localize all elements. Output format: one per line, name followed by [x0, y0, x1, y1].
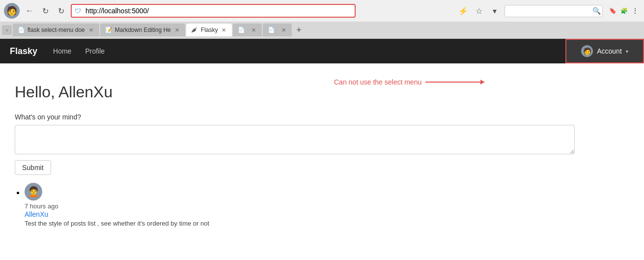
annotation-arrow — [425, 82, 484, 83]
shield-icon: 🛡 — [75, 7, 81, 15]
extension-icons: 🔖 🧩 ⋮ — [608, 6, 640, 16]
tab-markdown[interactable]: 📝 Markdown Editing He ✕ — [100, 24, 185, 36]
refresh-button[interactable]: ↻ — [38, 4, 52, 18]
nav-home[interactable]: Home — [47, 43, 77, 59]
tab-favicon-markdown: 📝 — [105, 27, 112, 33]
account-dropdown-arrow: ▾ — [626, 49, 628, 54]
nav-profile[interactable]: Profile — [79, 43, 111, 59]
tab-flasky[interactable]: 🌶 Flasky ✕ — [186, 24, 232, 36]
browser-actions: ⚡ ☆ ▾ — [456, 4, 502, 18]
ext-addon-icon[interactable]: 🧩 — [619, 6, 629, 16]
post-meta: 🧑‍🦱 — [25, 183, 629, 201]
tab-label-flasky: Flasky — [201, 27, 218, 33]
tab-label-markdown: Markdown Editing He — [115, 27, 171, 33]
forward-button[interactable]: ↻ — [54, 4, 68, 18]
tab-favicon-extra2: 📄 — [268, 27, 275, 33]
star-icon[interactable]: ☆ — [472, 4, 486, 18]
back-button[interactable]: ← — [23, 4, 36, 18]
form-label: What's on your mind? — [15, 113, 629, 121]
app-navbar: Flasky Home Profile 🧑 Account ▾ — [0, 39, 644, 63]
account-dropdown-button[interactable]: 🧑 Account ▾ — [565, 39, 644, 63]
ext-menu-icon[interactable]: ⋮ — [630, 6, 640, 16]
ext-bookmark-icon[interactable]: 🔖 — [608, 6, 617, 16]
search-input[interactable] — [504, 5, 603, 17]
browser-toolbar: 🧑 ← ↻ ↻ 🛡 ⚡ ☆ ▾ 🔍 🔖 🧩 ⋮ — [0, 0, 644, 22]
tab-favicon-flasky: 🌶 — [191, 27, 198, 33]
tab-close-extra1[interactable]: ✕ — [251, 27, 257, 33]
post-avatar: 🧑‍🦱 — [25, 183, 42, 201]
submit-button[interactable]: Submit — [15, 160, 51, 175]
search-container: 🔍 — [504, 5, 603, 17]
post-list: 🧑‍🦱 7 hours ago AllenXu Test the style o… — [15, 183, 629, 227]
new-tab-button[interactable]: + — [293, 24, 305, 36]
tab-flask[interactable]: 📄 flask select-menu doe ✕ — [13, 24, 99, 36]
address-bar-input[interactable] — [71, 4, 356, 18]
tab-close-flask[interactable]: ✕ — [88, 27, 94, 33]
address-bar-container: 🛡 — [71, 4, 453, 18]
search-icon[interactable]: 🔍 — [592, 7, 601, 15]
tab-label-flask: flask select-menu doe — [28, 27, 85, 33]
post-text: Test the style of posts list , see wheth… — [25, 220, 629, 227]
main-content: Can not use the select menu Hello, Allen… — [0, 63, 644, 241]
account-avatar: 🧑 — [581, 45, 593, 57]
annotation-text: Can not use the select menu — [334, 78, 421, 86]
browser-profile-avatar[interactable]: 🧑 — [4, 3, 20, 19]
post-time: 7 hours ago — [25, 202, 629, 210]
annotation: Can not use the select menu — [334, 78, 484, 86]
mind-textarea[interactable] — [15, 125, 575, 154]
account-label: Account — [597, 47, 622, 55]
browser-chrome: 🧑 ← ↻ ↻ 🛡 ⚡ ☆ ▾ 🔍 🔖 🧩 ⋮ — [0, 0, 644, 39]
page-title: Hello, AllenXu — [15, 83, 629, 101]
lightning-icon[interactable]: ⚡ — [456, 4, 470, 18]
tab-close-markdown[interactable]: ✕ — [174, 27, 180, 33]
tabs-overflow-left[interactable]: ‹ — [2, 25, 12, 35]
tab-favicon-flask: 📄 — [18, 27, 25, 33]
nav-buttons: ← ↻ ↻ — [23, 4, 68, 18]
chevron-down-icon[interactable]: ▾ — [488, 4, 502, 18]
app-nav-links: Home Profile — [47, 43, 111, 59]
tab-close-extra2[interactable]: ✕ — [280, 27, 287, 33]
list-item: 🧑‍🦱 7 hours ago AllenXu Test the style o… — [25, 183, 629, 227]
tab-extra2[interactable]: 📄 ✕ — [263, 24, 292, 36]
tab-extra1[interactable]: 📄 ✕ — [233, 24, 262, 36]
app-brand: Flasky — [10, 46, 37, 57]
tabs-bar: ‹ 📄 flask select-menu doe ✕ 📝 Markdown E… — [0, 22, 644, 38]
post-author-link[interactable]: AllenXu — [25, 210, 48, 218]
tab-favicon-extra1: 📄 — [238, 27, 245, 33]
tab-close-flasky[interactable]: ✕ — [221, 27, 227, 33]
